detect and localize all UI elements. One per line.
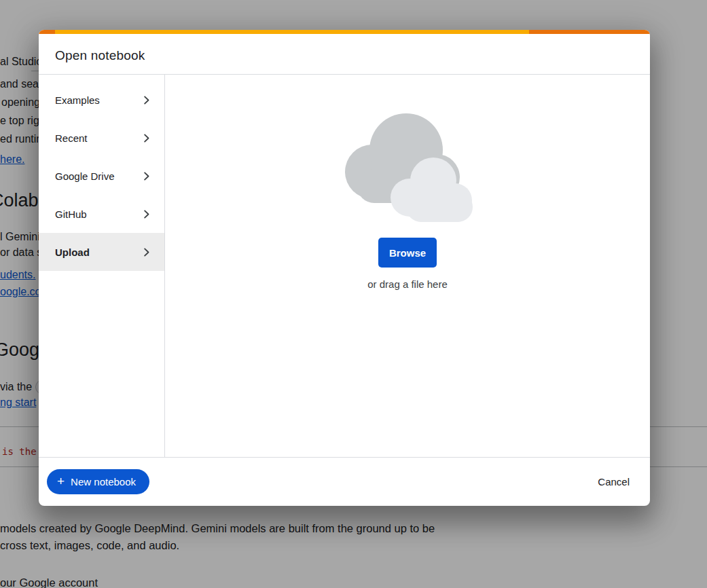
browse-button[interactable]: Browse <box>378 238 437 268</box>
new-notebook-button[interactable]: + New notebook <box>47 469 149 494</box>
sidebar-item-upload[interactable]: Upload <box>39 233 164 271</box>
new-notebook-label: New notebook <box>71 476 136 488</box>
upload-clouds-illustration <box>338 111 477 222</box>
sidebar-item-recent[interactable]: Recent <box>39 119 164 157</box>
chevron-right-icon <box>140 246 153 259</box>
open-notebook-dialog: Open notebook Examples Recent Google Dri… <box>39 30 650 506</box>
sidebar-item-label: Google Drive <box>55 170 140 182</box>
plus-icon: + <box>57 475 65 488</box>
sidebar-item-examples[interactable]: Examples <box>39 81 164 119</box>
chevron-right-icon <box>140 170 153 183</box>
dialog-title: Open notebook <box>55 48 145 63</box>
sidebar-item-label: Recent <box>55 132 140 144</box>
sidebar-item-label: Examples <box>55 94 140 106</box>
chevron-right-icon <box>140 208 153 221</box>
sidebar-item-label: GitHub <box>55 208 140 220</box>
dialog-header: Open notebook <box>39 34 650 75</box>
chevron-right-icon <box>140 132 153 145</box>
sidebar-item-github[interactable]: GitHub <box>39 195 164 233</box>
sidebar-item-label: Upload <box>55 246 140 258</box>
sidebar-item-google-drive[interactable]: Google Drive <box>39 157 164 195</box>
drag-file-hint: or drag a file here <box>367 278 448 290</box>
dialog-footer: + New notebook Cancel <box>39 457 650 506</box>
cancel-button[interactable]: Cancel <box>588 469 639 494</box>
upload-drop-zone[interactable]: Browse or drag a file here <box>165 75 650 457</box>
dialog-body: Examples Recent Google Drive GitHub <box>39 75 650 457</box>
source-sidebar: Examples Recent Google Drive GitHub <box>39 75 165 457</box>
chevron-right-icon <box>140 94 153 107</box>
